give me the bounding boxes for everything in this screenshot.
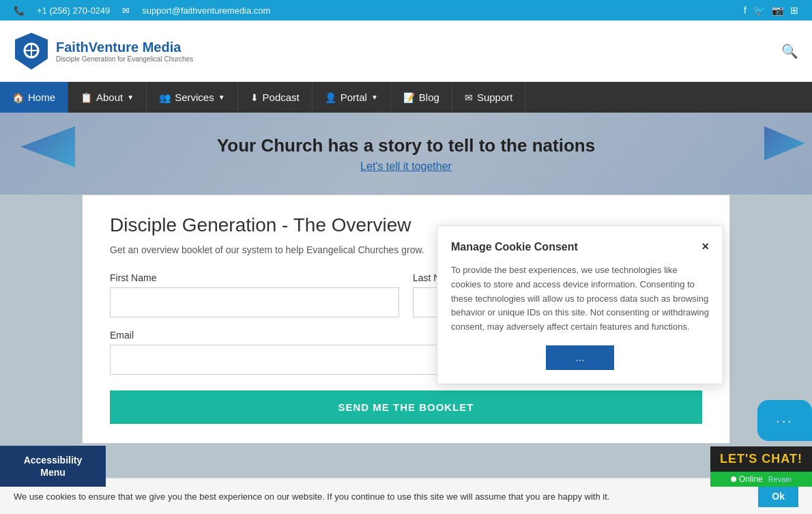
facebook-icon[interactable]: f xyxy=(744,5,746,16)
cookie-accept-button[interactable]: … xyxy=(546,345,614,370)
revain-brand: Revain xyxy=(768,475,792,483)
nav-item-services[interactable]: 👥 Services ▼ xyxy=(147,82,237,113)
support-icon: ✉ xyxy=(465,92,473,103)
decorative-plane-left xyxy=(20,126,75,167)
services-icon: 👥 xyxy=(159,92,171,103)
email-link[interactable]: support@faithventuremedia.com xyxy=(142,5,270,16)
nav-label-portal: Portal xyxy=(340,91,367,103)
nav-label-about: About xyxy=(96,91,123,103)
about-arrow-icon: ▼ xyxy=(127,94,134,101)
cookie-bottom-bar: We use cookies to ensure that we give yo… xyxy=(0,478,812,514)
nav-item-support[interactable]: ✉ Support xyxy=(452,82,526,113)
cookie-modal-title: Manage Cookie Consent xyxy=(451,241,578,253)
nav-label-blog: Blog xyxy=(419,91,439,103)
blog-icon: 📝 xyxy=(403,92,415,103)
phone-icon: 📞 xyxy=(14,5,25,16)
top-bar: 📞 +1 (256) 270-0249 ✉ support@faithventu… xyxy=(0,0,812,20)
first-name-input[interactable] xyxy=(110,287,399,317)
cookie-close-button[interactable]: × xyxy=(701,240,709,254)
nav-item-podcast[interactable]: ⬇ Podcast xyxy=(238,82,313,113)
instagram-icon[interactable]: 📷 xyxy=(772,5,783,16)
nav-item-home[interactable]: 🏠 Home xyxy=(0,82,68,113)
twitter-icon[interactable]: 🐦 xyxy=(753,5,765,16)
logo-tagline: Disciple Generation for Evangelical Chur… xyxy=(56,55,193,63)
logo-name: FaithVenture Media xyxy=(56,40,193,55)
rss-icon[interactable]: ⊞ xyxy=(790,5,798,16)
cookie-btn-label: … xyxy=(575,352,585,363)
nav-label-home: Home xyxy=(28,91,55,103)
nav-item-about[interactable]: 📋 About ▼ xyxy=(68,82,147,113)
page-wrapper: 📞 +1 (256) 270-0249 ✉ support@faithventu… xyxy=(0,0,812,514)
first-name-group: First Name xyxy=(110,272,399,317)
online-indicator xyxy=(731,476,736,482)
nav-label-services: Services xyxy=(175,91,214,103)
portal-icon: 👤 xyxy=(325,92,336,103)
portal-arrow-icon: ▼ xyxy=(371,94,378,101)
chat-widget: ··· LET'S CHAT! Online Revain xyxy=(710,400,812,487)
nav-label-podcast: Podcast xyxy=(263,91,300,103)
nav-item-portal[interactable]: 👤 Portal ▼ xyxy=(313,82,391,113)
phone-number: +1 (256) 270-0249 xyxy=(37,5,110,16)
chat-bubble[interactable]: ··· xyxy=(757,400,812,441)
content-area: Your Church has a story to tell to the n… xyxy=(0,113,812,514)
search-icon[interactable]: 🔍 xyxy=(781,43,798,59)
logo[interactable]: FaithVenture Media Disciple Generation f… xyxy=(14,31,193,71)
cookie-consent-modal: Manage Cookie Consent × To provide the b… xyxy=(437,225,723,384)
social-icons: f 🐦 📷 ⊞ xyxy=(744,5,798,16)
online-label: Online xyxy=(739,474,763,484)
hero-section: Your Church has a story to tell to the n… xyxy=(0,113,812,195)
logo-shield xyxy=(14,31,49,71)
logo-text: FaithVenture Media Disciple Generation f… xyxy=(56,40,193,63)
about-icon: 📋 xyxy=(81,92,92,103)
first-name-label: First Name xyxy=(110,272,399,283)
cookie-modal-header: Manage Cookie Consent × xyxy=(451,240,709,254)
cookie-bar-ok-button[interactable]: Ok xyxy=(758,485,798,507)
accessibility-label: AccessibilityMenu xyxy=(24,455,83,478)
cookie-modal-text: To provide the best experiences, we use … xyxy=(451,263,709,334)
services-arrow-icon: ▼ xyxy=(218,94,225,101)
chat-online-status: Online Revain xyxy=(710,472,812,487)
decorative-plane-right xyxy=(764,126,805,160)
home-icon: 🏠 xyxy=(12,92,24,103)
cookie-bar-text: We use cookies to ensure that we give yo… xyxy=(14,491,748,502)
podcast-icon: ⬇ xyxy=(250,92,259,103)
chat-label[interactable]: LET'S CHAT! xyxy=(710,446,812,472)
hero-title: Your Church has a story to tell to the n… xyxy=(217,135,595,156)
send-button[interactable]: SEND ME THE BOOKLET xyxy=(110,390,702,424)
nav-item-blog[interactable]: 📝 Blog xyxy=(391,82,452,113)
navigation: 🏠 Home 📋 About ▼ 👥 Services ▼ ⬇ Podcast … xyxy=(0,82,812,113)
accessibility-menu-button[interactable]: AccessibilityMenu xyxy=(0,446,106,487)
hero-link[interactable]: Let's tell it together xyxy=(360,160,452,173)
chat-dots-icon: ··· xyxy=(776,413,794,429)
nav-label-support: Support xyxy=(477,91,513,103)
header: FaithVenture Media Disciple Generation f… xyxy=(0,20,812,82)
email-icon: ✉ xyxy=(122,5,130,16)
